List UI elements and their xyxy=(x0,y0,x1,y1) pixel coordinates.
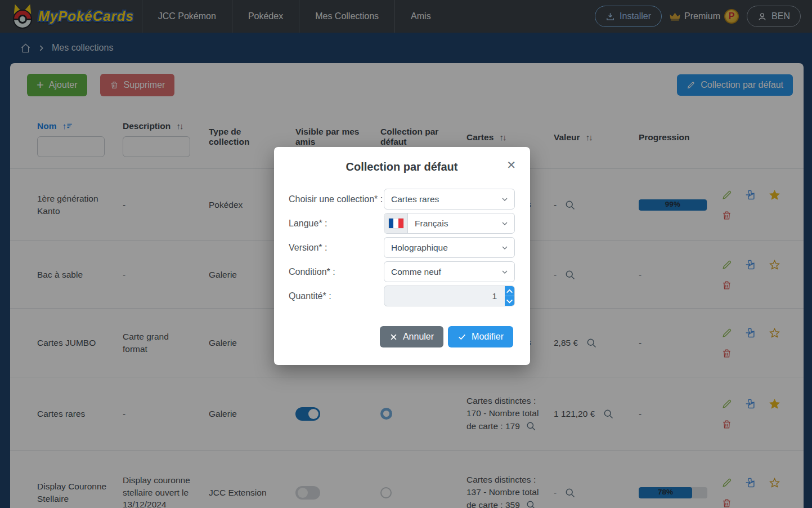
language-select[interactable]: Français xyxy=(408,213,514,233)
collection-select-label: Choisir une collection* : xyxy=(289,194,384,204)
condition-select[interactable]: Comme neuf xyxy=(384,261,515,282)
cancel-button[interactable]: Annuler xyxy=(380,326,443,347)
quantity-stepper xyxy=(384,286,515,306)
quantity-input[interactable] xyxy=(384,286,505,306)
spinner-down-button[interactable] xyxy=(505,296,514,306)
submit-button[interactable]: Modifier xyxy=(448,326,513,347)
language-select-label: Langue* : xyxy=(289,219,384,229)
condition-select-label: Condition* : xyxy=(289,267,384,277)
check-icon xyxy=(457,332,466,341)
quantity-label: Quantité* : xyxy=(289,291,384,301)
version-select[interactable]: Holographique xyxy=(384,237,515,258)
france-flag-icon xyxy=(384,213,408,233)
modal-title: Collection par défaut xyxy=(289,161,515,173)
default-collection-modal: Collection par défaut ✕ Choisir une coll… xyxy=(274,147,530,365)
x-icon xyxy=(389,333,398,341)
close-icon[interactable]: ✕ xyxy=(506,159,516,171)
collection-select[interactable]: Cartes rares xyxy=(384,189,515,210)
version-select-label: Version* : xyxy=(289,243,384,253)
spinner-up-button[interactable] xyxy=(505,286,514,296)
